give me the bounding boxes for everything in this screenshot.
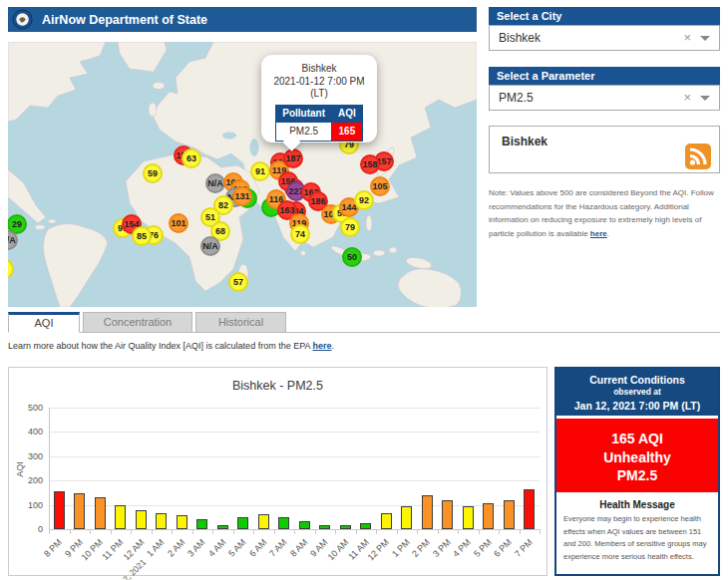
chart-x-tick [253,529,254,534]
aqi-marker[interactable]: 85 [132,226,152,246]
chart-title: Bishkek - PM2.5 [9,379,546,393]
chart-bar [115,505,126,529]
health-message-title: Health Message [556,499,718,510]
chart-y-tick-label: 300 [17,451,43,461]
aqi-marker[interactable]: 105 [370,176,390,196]
chart-x-tick [294,529,295,534]
aqi-marker[interactable]: 92 [354,190,374,210]
chart-x-label: 7 PM [513,537,535,559]
chart-x-label: 11 PM [101,537,126,562]
rss-icon[interactable] [685,144,711,169]
note-text: Note: Values above 500 are considered Be… [489,186,720,240]
chart-x-tick [438,529,439,534]
chart-x-label: 7 AM [267,537,289,559]
chart-x-label: 5 AM [226,537,248,559]
aqi-marker[interactable]: N/A [205,173,225,193]
chart-x-label: 1 AM [145,537,167,559]
parameter-select[interactable]: PM2.5 × [489,85,720,111]
chart-y-axis [49,408,50,529]
map-basemap [8,42,477,307]
popup-col-pollutant: Pollutant [276,105,332,123]
chart-gridline [49,456,540,457]
chart-x-tick [499,529,500,534]
aqi-marker[interactable]: 57 [228,272,248,292]
current-aqi-block: 165 AQI Unhealthy PM2.5 [556,419,718,492]
chart-bar [156,513,167,529]
chart-bar [463,506,474,529]
aqi-marker[interactable]: 187 [283,148,303,168]
world-map[interactable]: 29N/A5915563N/A104110N/A131825110168N/A9… [8,42,477,307]
aqi-marker[interactable]: 158 [360,154,380,174]
current-conditions-header: Current Conditions observed at Jan 12, 2… [556,369,718,416]
chart-x-tick [458,529,459,534]
chart-x-tick [70,529,71,534]
chart-bar [237,517,248,529]
chart-x-label: 2 PM [410,537,432,559]
chart-x-tick [356,529,357,534]
chart-x-tick [152,529,153,534]
chart-bar [504,500,515,529]
chart-bar [483,503,494,529]
chart-x-tick [417,529,418,534]
tab-historical[interactable]: Historical [195,312,286,333]
select-city-header: Select a City [489,7,720,25]
chart-bar [422,495,433,529]
current-aqi-value: 165 AQI [556,430,718,448]
observed-at-label: observed at [556,387,718,397]
aqi-marker[interactable]: 91 [250,161,270,181]
chart-bar [74,493,85,529]
city-caret-icon[interactable] [700,36,710,41]
chart-y-tick-label: 200 [17,475,43,485]
chart-x-label: 3 PM [431,537,453,559]
chart-x-label: 11 AM [346,537,371,562]
chart-y-tick-label: 500 [17,403,43,413]
chart-x-label: 3 AM [185,537,207,559]
parameter-caret-icon[interactable] [700,96,710,101]
aqi-marker[interactable]: 79 [340,217,360,237]
observed-datetime: Jan 12, 2021 7:00 PM (LT) [556,400,718,412]
chart-x-label: 1 PM [390,537,412,559]
chart-x-tick [315,529,316,534]
chart-x-label: 5 PM [472,537,494,559]
chart-x-tick [172,529,173,534]
chart-bar [54,491,65,529]
city-select-value: Bishkek [499,31,541,45]
rss-city-label: Bishkek [502,135,547,148]
city-select[interactable]: Bishkek × [489,25,720,51]
aqi-marker[interactable]: 63 [182,148,201,168]
chart-x-tick [111,529,112,534]
chart-bar [299,521,310,529]
aqi-marker[interactable]: N/A [200,236,220,256]
current-pollutant: PM2.5 [556,466,718,485]
city-clear-icon[interactable]: × [683,26,691,50]
select-parameter-header: Select a Parameter [489,67,720,85]
chart-x-date-label: 12, 2021 [118,557,148,580]
chart-x-tick [479,529,480,534]
chart-bar [258,514,269,529]
note-link[interactable]: here [590,229,607,238]
popup-aqi-value: 165 [332,123,363,142]
chart-gridline [49,432,540,433]
chart-x-tick [131,529,132,534]
chart-x-tick [376,529,377,534]
tab-divider [8,332,720,333]
chart-x-label: 6 PM [492,537,514,559]
epa-link[interactable]: here [313,341,332,351]
app-title: AirNow Department of State [42,13,207,27]
aqi-marker[interactable]: 131 [232,186,252,206]
tab-aqi[interactable]: AQI [8,312,80,333]
chart-x-tick [90,529,91,534]
aqi-marker[interactable]: 74 [290,224,310,244]
chart-bar [340,525,351,529]
chart-bar [360,523,371,529]
aqi-marker[interactable]: 50 [342,247,362,267]
aqi-marker[interactable]: 59 [143,163,163,183]
aqi-marker[interactable]: 101 [169,213,188,233]
parameter-clear-icon[interactable]: × [683,86,691,110]
tab-concentration[interactable]: Concentration [83,312,192,333]
chart-x-label: 10 PM [80,537,105,562]
chart-x-tick [233,529,234,534]
chart-y-tick-label: 100 [17,500,43,510]
parameter-select-value: PM2.5 [499,91,534,105]
aqi-chart: Bishkek - PM2.5 AQI 01002003004005008 PM… [8,367,547,576]
